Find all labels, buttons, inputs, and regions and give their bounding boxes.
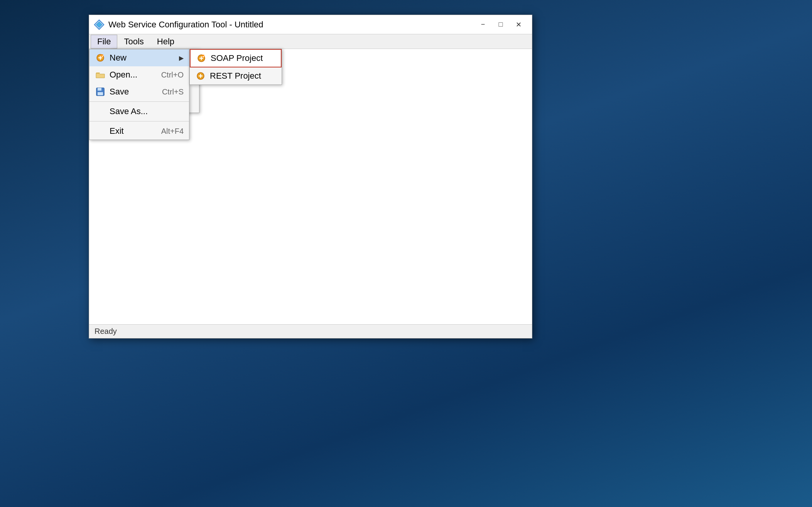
save-shortcut: Ctrl+S xyxy=(162,88,184,96)
open-label: Open... xyxy=(110,70,154,80)
menu-help[interactable]: Help xyxy=(150,35,181,49)
rest-project-item[interactable]: REST Project xyxy=(190,67,282,84)
soap-project-label: SOAP Project xyxy=(211,53,263,63)
new-label: New xyxy=(110,53,176,63)
exit-icon xyxy=(95,126,106,136)
app-icon xyxy=(94,19,105,30)
rest-icon xyxy=(195,71,206,81)
menu-item-exit[interactable]: Exit Alt+F4 xyxy=(89,123,189,140)
menu-item-open[interactable]: Open... Ctrl+O xyxy=(89,66,189,83)
open-icon xyxy=(95,69,106,80)
app-window: Web Service Configuration Tool - Untitle… xyxy=(89,15,532,339)
exit-shortcut: Alt+F4 xyxy=(161,127,184,136)
svg-rect-10 xyxy=(98,92,103,95)
title-bar: Web Service Configuration Tool - Untitle… xyxy=(89,15,532,34)
menu-tools[interactable]: Tools xyxy=(117,35,150,49)
open-shortcut: Ctrl+O xyxy=(161,71,184,79)
new-icon xyxy=(95,52,106,63)
menu-item-save-as[interactable]: Save As... xyxy=(89,103,189,120)
new-arrow: ▶ xyxy=(179,54,184,62)
soap-icon xyxy=(196,53,207,64)
save-label: Save xyxy=(110,87,154,97)
window-title: Web Service Configuration Tool - Untitle… xyxy=(108,20,474,30)
save-as-icon xyxy=(95,106,106,117)
status-text: Ready xyxy=(95,327,117,336)
menu-file[interactable]: File xyxy=(91,35,117,49)
window-controls: − □ ✕ xyxy=(474,19,527,31)
exit-label: Exit xyxy=(110,126,154,136)
menu-separator-2 xyxy=(89,121,189,121)
soap-project-item[interactable]: SOAP Project xyxy=(190,49,282,67)
menu-bar: File Tools Help New ▶ xyxy=(89,34,532,49)
minimize-button[interactable]: − xyxy=(474,19,492,31)
menu-separator-1 xyxy=(89,101,189,102)
maximize-button[interactable]: □ xyxy=(492,19,510,31)
save-as-label: Save As... xyxy=(110,106,184,116)
menu-item-save[interactable]: Save Ctrl+S xyxy=(89,83,189,100)
close-button[interactable]: ✕ xyxy=(510,19,527,31)
new-submenu: SOAP Project REST Project xyxy=(189,49,282,85)
rest-project-label: REST Project xyxy=(210,71,261,81)
menu-item-new[interactable]: New ▶ SOAP Project xyxy=(89,49,189,66)
save-icon xyxy=(95,86,106,97)
file-menu-dropdown: New ▶ SOAP Project xyxy=(89,49,189,140)
svg-rect-9 xyxy=(98,88,101,91)
status-bar: Ready xyxy=(89,324,532,338)
